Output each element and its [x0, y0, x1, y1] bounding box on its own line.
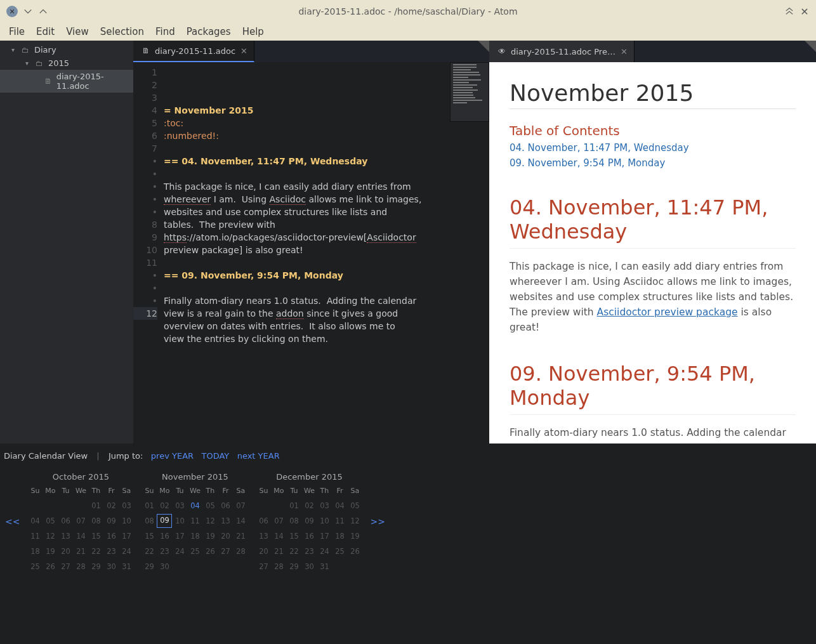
text-editor[interactable]: 123456789101112 = November 2015:toc::num…	[133, 62, 489, 444]
menu-file[interactable]: File	[9, 26, 25, 37]
minimap[interactable]	[450, 62, 489, 122]
close-icon[interactable]: ✕	[800, 6, 810, 16]
toc-link[interactable]: 04. November, 11:47 PM, Wednesday	[510, 142, 796, 154]
calendar-day[interactable]: 08	[286, 514, 301, 528]
editor-content[interactable]: = November 2015:toc::numbered!:== 04. No…	[164, 62, 489, 444]
next-year-link[interactable]: next YEAR	[237, 451, 280, 461]
calendar-day[interactable]: 05	[202, 499, 218, 513]
calendar-day[interactable]: 06	[218, 499, 233, 513]
code-line[interactable]: view is a real gain to the addon since i…	[164, 307, 489, 320]
calendar-day[interactable]: 22	[88, 544, 103, 558]
calendar-day[interactable]: 31	[317, 560, 332, 574]
calendar-day[interactable]: 11	[187, 514, 202, 528]
code-line[interactable]: = November 2015	[164, 104, 489, 117]
menu-edit[interactable]: Edit	[36, 26, 55, 37]
preview-link[interactable]: Asciidoctor preview package	[597, 306, 738, 318]
code-line[interactable]: view the entries by clicking on them.	[164, 332, 489, 345]
calendar-day[interactable]: 14	[233, 514, 248, 528]
calendar-day[interactable]: 28	[233, 544, 248, 558]
calendar-day[interactable]: 07	[233, 499, 248, 513]
code-line[interactable]: tables. The preview with	[164, 218, 489, 231]
calendar-day[interactable]: 27	[58, 560, 73, 574]
calendar-day[interactable]: 06	[58, 514, 73, 528]
calendar-day[interactable]: 22	[141, 544, 157, 558]
calendar-day[interactable]: 04	[187, 499, 202, 513]
calendar-day[interactable]: 02	[301, 499, 317, 513]
calendar-day[interactable]: 12	[202, 514, 218, 528]
calendar-day[interactable]: 28	[73, 560, 88, 574]
calendar-day[interactable]: 17	[317, 529, 332, 543]
calendar-day[interactable]: 23	[301, 544, 317, 558]
calendar-day[interactable]: 29	[141, 560, 157, 574]
calendar-day[interactable]: 13	[58, 529, 73, 543]
calendar-day[interactable]: 14	[73, 529, 88, 543]
close-icon[interactable]: ✕	[240, 46, 247, 56]
calendar-day[interactable]: 21	[271, 544, 286, 558]
calendar-day[interactable]: 12	[43, 529, 58, 543]
calendar-day[interactable]: 24	[172, 544, 187, 558]
calendar-day[interactable]: 09	[301, 514, 317, 528]
calendar-day[interactable]: 01	[141, 499, 157, 513]
calendar-day[interactable]: 25	[332, 544, 347, 558]
calendar-day[interactable]: 18	[332, 529, 347, 543]
calendar-day[interactable]: 29	[88, 560, 103, 574]
code-line[interactable]: This package is nice, I can easily add d…	[164, 180, 489, 193]
calendar-day[interactable]: 25	[27, 560, 43, 574]
calendar-day[interactable]: 03	[317, 499, 332, 513]
tree-folder-2015[interactable]: ▾ 🗀 2015	[0, 56, 133, 70]
calendar-day[interactable]: 22	[286, 544, 301, 558]
code-line[interactable]: overview on dates with entries. It also …	[164, 320, 489, 332]
calendar-day[interactable]: 04	[27, 514, 43, 528]
calendar-day[interactable]: 30	[157, 560, 172, 574]
code-line[interactable]: :numbered!:	[164, 129, 489, 142]
minimize-icon[interactable]	[23, 6, 33, 16]
calendar-day[interactable]: 02	[157, 499, 172, 513]
calendar-day[interactable]: 08	[141, 514, 157, 528]
calendar-day[interactable]: 02	[103, 499, 119, 513]
tree-root-folder[interactable]: ▾ 🗀 Diary	[0, 43, 133, 56]
calendar-day[interactable]: 20	[58, 544, 73, 558]
calendar-day[interactable]: 16	[103, 529, 119, 543]
calendar-day[interactable]: 26	[202, 544, 218, 558]
menu-view[interactable]: View	[66, 26, 89, 37]
prev-month-nav[interactable]: <<	[3, 472, 22, 527]
calendar-day[interactable]: 11	[332, 514, 347, 528]
calendar-day[interactable]: 11	[27, 529, 43, 543]
calendar-day[interactable]: 01	[286, 499, 301, 513]
calendar-day[interactable]: 01	[88, 499, 103, 513]
calendar-day[interactable]: 03	[172, 499, 187, 513]
calendar-day[interactable]: 27	[218, 544, 233, 558]
code-line[interactable]: Finally atom-diary nears 1.0 status. Add…	[164, 294, 489, 307]
calendar-day[interactable]: 18	[27, 544, 43, 558]
calendar-day[interactable]: 16	[301, 529, 317, 543]
code-line[interactable]	[164, 168, 489, 180]
calendar-day[interactable]: 16	[157, 529, 172, 543]
calendar-day[interactable]: 09	[103, 514, 119, 528]
calendar-day[interactable]: 30	[301, 560, 317, 574]
calendar-day[interactable]: 28	[271, 560, 286, 574]
calendar-day[interactable]: 19	[347, 529, 362, 543]
calendar-day[interactable]: 12	[347, 514, 362, 528]
code-line[interactable]	[164, 282, 489, 294]
calendar-day[interactable]: 21	[233, 529, 248, 543]
calendar-day[interactable]: 26	[43, 560, 58, 574]
calendar-day[interactable]: 13	[256, 529, 271, 543]
calendar-day[interactable]: 25	[187, 544, 202, 558]
toc-link[interactable]: 09. November, 9:54 PM, Monday	[510, 157, 796, 169]
calendar-day[interactable]: 05	[43, 514, 58, 528]
calendar-day[interactable]: 21	[73, 544, 88, 558]
close-icon[interactable]: ✕	[621, 47, 628, 56]
prev-year-link[interactable]: prev YEAR	[151, 451, 194, 461]
code-line[interactable]: whereever I am. Using Asciidoc allows me…	[164, 193, 489, 206]
calendar-day[interactable]: 20	[218, 529, 233, 543]
calendar-day[interactable]: 31	[119, 560, 134, 574]
today-link[interactable]: TODAY	[201, 451, 229, 461]
close-window-icon[interactable]: ✕	[6, 6, 18, 17]
calendar-day[interactable]: 09	[157, 514, 172, 528]
calendar-day[interactable]: 19	[202, 529, 218, 543]
calendar-day[interactable]: 10	[172, 514, 187, 528]
menu-packages[interactable]: Packages	[187, 26, 231, 37]
calendar-day[interactable]: 14	[271, 529, 286, 543]
next-month-nav[interactable]: >>	[367, 472, 387, 527]
calendar-day[interactable]: 03	[119, 499, 134, 513]
